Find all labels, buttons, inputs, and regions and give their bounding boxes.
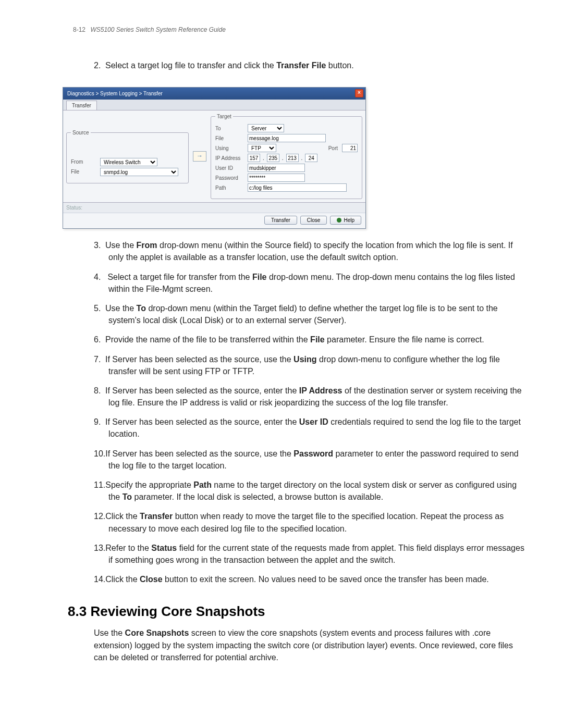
step-13: 13.Refer to the Status field for the cur… [94,542,527,566]
close-button[interactable]: Close [300,216,327,225]
transfer-dialog: Diagnostics > System Logging > Transfer … [63,87,366,229]
ip-seg-2[interactable] [267,154,279,162]
doc-title: WS5100 Series Switch System Reference Gu… [90,26,225,33]
section-title: Reviewing Core Snapshots [90,603,265,619]
step-8: 8.If Server has been selected as the sou… [94,385,527,409]
section-number: 8.3 [68,603,87,619]
dialog-title: Diagnostics > System Logging > Transfer [67,91,163,96]
path-label: Path [215,185,246,191]
password-input[interactable] [248,174,305,182]
using-label: Using [215,145,246,151]
section-paragraph: Use the Core Snapshots screen to view th… [94,627,527,663]
close-icon[interactable]: × [355,89,363,97]
userid-input[interactable] [248,164,305,172]
target-file-label: File [215,135,246,141]
step-3: 3.Use the From drop-down menu (within th… [94,239,527,263]
status-bar: Status: [63,202,365,213]
step-14: 14.Click the Close button to exit the sc… [94,573,527,585]
target-fieldset: Target To Server File Using FTP [211,114,362,199]
tab-transfer[interactable]: Transfer [66,101,97,110]
userid-label: User ID [215,165,246,171]
port-input[interactable] [342,144,358,152]
step-12: 12.Click the Transfer button when ready … [94,510,527,534]
password-label: Password [215,175,246,181]
section-heading: 8.3 Reviewing Core Snapshots [68,603,527,620]
ip-seg-1[interactable] [248,154,260,162]
transfer-button[interactable]: Transfer [264,216,297,225]
step-2: 2.Select a target log file to transfer a… [94,59,527,71]
status-label: Status: [66,205,82,211]
to-label: To [215,126,246,131]
step-6: 6.Provide the name of the file to be tra… [94,334,527,346]
from-select[interactable]: Wireless Switch [100,158,157,166]
step-10: 10.If Server has been selected as the so… [94,448,527,472]
port-label: Port [328,145,338,151]
source-legend: Source [71,130,91,135]
to-select[interactable]: Server [248,124,284,132]
step-4: 4. Select a target file for transfer fro… [94,271,527,295]
step-9: 9.If Server has been selected as the sou… [94,416,527,440]
step-7: 7.If Server has been selected as the sou… [94,353,527,377]
target-file-input[interactable] [248,134,326,142]
using-select[interactable]: FTP [248,144,276,152]
file-select[interactable]: snmpd.log [100,168,178,176]
file-label: File [71,169,98,175]
target-legend: Target [215,114,233,119]
path-input[interactable] [248,183,347,192]
ip-label: IP Address [215,155,246,161]
help-button[interactable]: Help [330,216,361,225]
step-11: 11.Specify the appropriate Path name to … [94,479,527,503]
step-5: 5.Use the To drop-down menu (within the … [94,302,527,326]
running-header: 8-12 WS5100 Series Switch System Referen… [73,26,527,33]
source-fieldset: Source From Wireless Switch File snmpd.l… [66,130,189,183]
page-number: 8-12 [73,26,85,33]
arrow-right-icon [193,151,206,162]
ip-seg-3[interactable] [286,154,299,162]
ip-seg-4[interactable] [305,154,317,162]
from-label: From [71,159,98,165]
